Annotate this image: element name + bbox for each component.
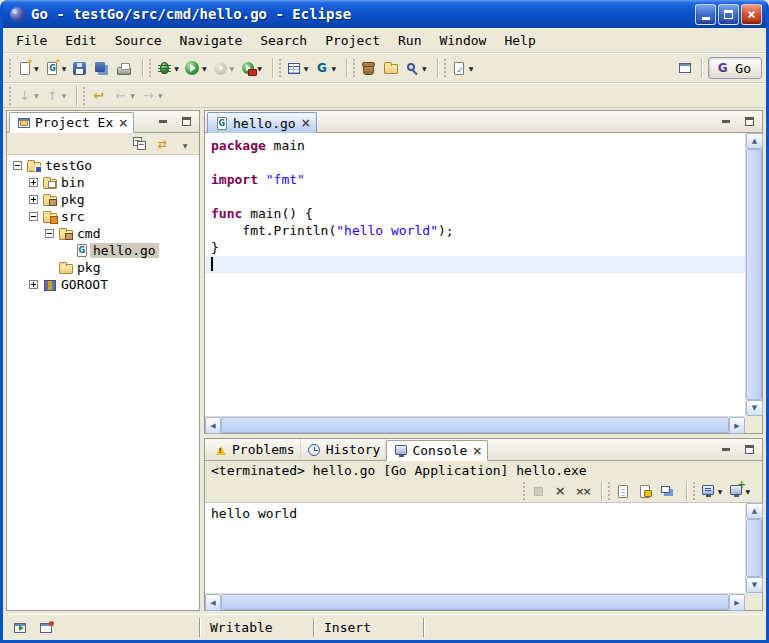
menu-project[interactable]: Project	[316, 30, 389, 51]
tab-problems[interactable]: Problems	[207, 439, 301, 460]
collapse-all-button[interactable]	[130, 135, 148, 153]
open-type-button[interactable]	[358, 56, 379, 80]
link-with-editor-button[interactable]	[153, 135, 171, 153]
scrollbar-thumb[interactable]	[221, 594, 729, 610]
menu-file[interactable]: File	[7, 30, 56, 51]
back-button[interactable]: ▼	[110, 84, 137, 108]
dropdown-arrow-icon[interactable]: ▼	[62, 92, 67, 99]
close-tab-icon[interactable]: ×	[118, 116, 128, 130]
tree-item-bin[interactable]: bin	[7, 174, 199, 191]
dropdown-arrow-icon[interactable]: ▼	[34, 92, 39, 99]
remove-all-launches-button[interactable]	[572, 479, 593, 503]
tree-item-goroot[interactable]: GOROOT	[7, 276, 199, 293]
scroll-down-icon[interactable]: ▼	[746, 400, 763, 416]
tree-item-pkg[interactable]: pkg	[7, 191, 199, 208]
code-editor[interactable]: package mainimport "fmt"func main() { fm…	[205, 133, 745, 416]
console-vertical-scrollbar[interactable]: ▲ ▼	[745, 503, 762, 593]
menu-search[interactable]: Search	[251, 30, 316, 51]
collapse-icon[interactable]	[29, 212, 38, 221]
open-console-button[interactable]: ▼	[725, 479, 752, 503]
editor-horizontal-scrollbar[interactable]: ◀ ▶	[205, 416, 745, 433]
last-edit-location-button[interactable]	[88, 84, 109, 108]
dropdown-arrow-icon[interactable]: ▼	[202, 65, 207, 72]
dropdown-arrow-icon[interactable]: ▼	[230, 65, 235, 72]
view-menu-button[interactable]	[176, 135, 194, 153]
scroll-up-icon[interactable]: ▲	[746, 133, 763, 149]
editor-vertical-scrollbar[interactable]: ▲ ▼	[745, 133, 762, 416]
search-button[interactable]: ▼	[402, 56, 429, 80]
minimize-button[interactable]	[695, 4, 716, 25]
expand-icon[interactable]	[29, 195, 38, 204]
previous-annotation-button[interactable]: ▼	[42, 84, 69, 108]
scrollbar-thumb[interactable]	[221, 417, 729, 433]
menu-edit[interactable]: Edit	[56, 30, 105, 51]
new-wizard-button[interactable]: ▼	[14, 56, 41, 80]
next-annotation-button[interactable]: ▼	[14, 84, 41, 108]
scroll-up-icon[interactable]: ▲	[746, 503, 763, 519]
progress-indicator-button[interactable]	[37, 619, 55, 637]
forward-button[interactable]: ▼	[138, 84, 165, 108]
print-button[interactable]	[113, 56, 134, 80]
maximize-button[interactable]	[718, 4, 739, 25]
pin-console-button[interactable]	[657, 479, 678, 503]
go-element-button[interactable]: ▼	[311, 56, 338, 80]
dropdown-arrow-icon[interactable]: ▼	[62, 65, 67, 72]
console-output[interactable]: hello world	[205, 503, 745, 593]
fast-view-bar-button[interactable]	[11, 619, 29, 637]
expand-icon[interactable]	[29, 178, 38, 187]
scroll-left-icon[interactable]: ◀	[205, 417, 221, 434]
dropdown-arrow-icon[interactable]: ▼	[331, 65, 336, 72]
close-button[interactable]: ×	[741, 4, 762, 25]
open-resource-button[interactable]	[380, 56, 401, 80]
scrollbar-thumb[interactable]	[746, 519, 762, 577]
dropdown-arrow-icon[interactable]: ▼	[745, 488, 750, 495]
scrollbar-thumb[interactable]	[746, 149, 762, 400]
open-perspective-button[interactable]	[674, 56, 695, 80]
close-tab-icon[interactable]: ×	[301, 116, 311, 130]
scroll-left-icon[interactable]: ◀	[205, 594, 221, 611]
new-task-button[interactable]: ▼	[449, 56, 476, 80]
tree-item-src[interactable]: src	[7, 208, 199, 225]
scroll-down-icon[interactable]: ▼	[746, 577, 763, 593]
scroll-right-icon[interactable]: ▶	[729, 594, 745, 611]
remove-launch-button[interactable]	[550, 479, 571, 503]
new-go-program-button[interactable]: ▼	[284, 56, 311, 80]
dropdown-arrow-icon[interactable]: ▼	[158, 92, 163, 99]
console-horizontal-scrollbar[interactable]: ◀ ▶	[205, 593, 745, 610]
menu-run[interactable]: Run	[389, 30, 430, 51]
project-tree[interactable]: testGobinpkgsrccmdhello.gopkgGOROOT	[7, 155, 199, 610]
terminate-button[interactable]	[528, 479, 549, 503]
collapse-icon[interactable]	[13, 161, 22, 170]
minimize-view-button[interactable]	[717, 113, 735, 131]
clear-console-button[interactable]	[613, 479, 634, 503]
external-tools-button[interactable]: ▼	[237, 56, 264, 80]
dropdown-arrow-icon[interactable]: ▼	[130, 92, 135, 99]
editor-tab-hello-go[interactable]: hello.go ×	[207, 112, 317, 133]
expand-icon[interactable]	[29, 280, 38, 289]
menu-window[interactable]: Window	[430, 30, 495, 51]
dropdown-arrow-icon[interactable]: ▼	[34, 65, 39, 72]
titlebar[interactable]: Go - testGo/src/cmd/hello.go - Eclipse ×	[3, 0, 766, 28]
dropdown-arrow-icon[interactable]: ▼	[422, 65, 427, 72]
perspective-go-button[interactable]: Go	[708, 57, 762, 79]
minimize-view-button[interactable]	[717, 441, 735, 459]
run-button[interactable]: ▼	[182, 56, 209, 80]
new-go-element-button[interactable]: ▼	[42, 56, 69, 80]
maximize-view-button[interactable]	[177, 113, 195, 131]
maximize-view-button[interactable]	[740, 113, 758, 131]
dropdown-arrow-icon[interactable]: ▼	[174, 65, 179, 72]
tree-item-cmd[interactable]: cmd	[7, 225, 199, 242]
minimize-view-button[interactable]	[154, 113, 172, 131]
tab-console[interactable]: Console×	[386, 440, 488, 461]
menu-help[interactable]: Help	[495, 30, 544, 51]
tree-item-pkg[interactable]: pkg	[7, 259, 199, 276]
dropdown-arrow-icon[interactable]: ▼	[304, 65, 309, 72]
dropdown-arrow-icon[interactable]: ▼	[469, 65, 474, 72]
scroll-right-icon[interactable]: ▶	[729, 417, 745, 434]
menu-navigate[interactable]: Navigate	[171, 30, 252, 51]
scroll-lock-button[interactable]	[635, 479, 656, 503]
dropdown-arrow-icon[interactable]: ▼	[718, 488, 723, 495]
menu-source[interactable]: Source	[106, 30, 171, 51]
display-selected-console-button[interactable]: ▼	[698, 479, 725, 503]
collapse-icon[interactable]	[45, 229, 54, 238]
